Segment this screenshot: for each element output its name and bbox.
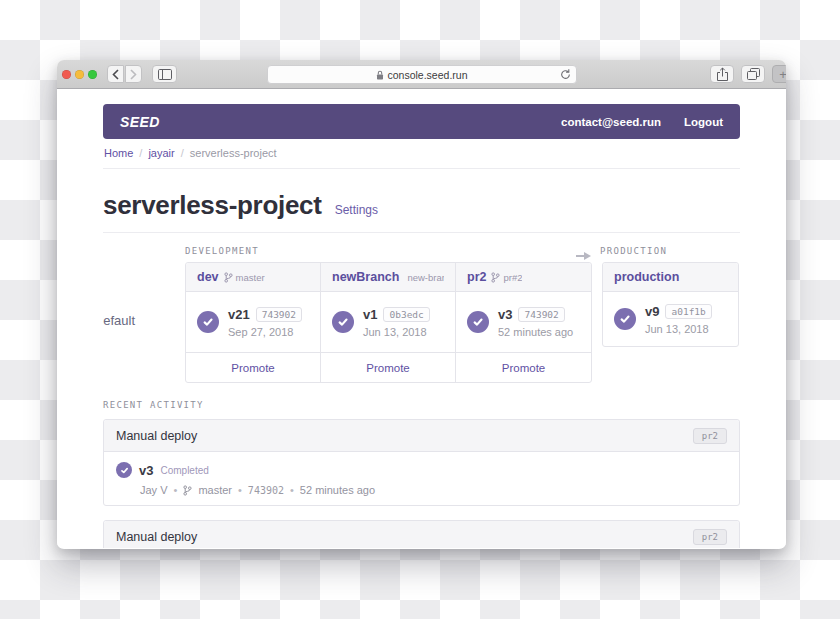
tab-overview-button[interactable] (741, 65, 765, 83)
bullet-separator: • (290, 484, 294, 496)
check-circle-icon (614, 308, 636, 330)
deploy-time: Jun 13, 2018 (363, 326, 430, 338)
activity-title: Manual deploy (116, 530, 197, 544)
stage-badge: pr2 (693, 428, 727, 444)
breadcrumb: Home / jayair / serverless-project (103, 139, 740, 169)
activity-branch: master (198, 484, 232, 496)
address-bar[interactable]: console.seed.run (267, 65, 577, 84)
sidebar-toggle-button[interactable] (152, 65, 177, 83)
minimize-window-button[interactable] (75, 70, 84, 79)
zoom-window-button[interactable] (88, 70, 97, 79)
production-stage-table: production v9a01f1b Jun 13, 2018 (602, 262, 739, 347)
activity-author: Jay V (140, 484, 168, 496)
plus-icon: + (779, 68, 786, 81)
activity-time: 52 minutes ago (300, 484, 375, 496)
check-circle-icon (467, 311, 489, 333)
promote-button-dev[interactable]: Promote (186, 353, 321, 382)
git-branch-icon (224, 272, 233, 283)
stage-name[interactable]: production (614, 270, 679, 284)
branch-name: pr#2 (503, 272, 522, 283)
service-name-label: default (103, 313, 135, 328)
activity-card[interactable]: Manual deploy pr2 v3 Completed Jay V • (103, 419, 740, 506)
reload-button[interactable] (560, 69, 571, 82)
reload-icon (560, 69, 571, 80)
check-circle-icon (116, 462, 132, 478)
breadcrumb-home-link[interactable]: Home (104, 147, 133, 159)
promote-button-newbranch[interactable]: Promote (321, 353, 456, 382)
version-label[interactable]: v3 (498, 307, 512, 322)
development-zone-label: DEVELOPMENT (185, 246, 590, 256)
chevron-left-icon (112, 69, 119, 80)
commit-hash-badge[interactable]: a01f1b (665, 304, 711, 319)
development-stages-table: dev master newBranch new-branc pr2 pr#2 (185, 262, 592, 383)
deployment-cell-dev[interactable]: v21743902 Sep 27, 2018 (186, 292, 321, 352)
activity-title: Manual deploy (116, 429, 197, 443)
browser-toolbar: console.seed.run + (57, 60, 786, 89)
breadcrumb-current: serverless-project (190, 147, 277, 159)
deploy-time: 52 minutes ago (498, 326, 573, 338)
commit-hash-badge[interactable]: 743902 (518, 307, 564, 322)
git-branch-icon (491, 272, 500, 283)
activity-card-body: v3 Completed Jay V • master • 743902 • 5… (104, 451, 739, 505)
share-icon (716, 67, 729, 82)
stage-header-newbranch[interactable]: newBranch new-branc (321, 263, 456, 291)
breadcrumb-separator: / (139, 147, 142, 159)
back-button[interactable] (107, 65, 124, 83)
deployment-cell-production[interactable]: v9a01f1b Jun 13, 2018 (603, 292, 738, 346)
branch-name: new-branc (407, 272, 444, 283)
url-text: console.seed.run (388, 69, 468, 81)
stage-name[interactable]: newBranch (332, 270, 399, 284)
stage-header-pr2[interactable]: pr2 pr#2 (456, 263, 591, 291)
check-circle-icon (197, 311, 219, 333)
activity-card-header[interactable]: Manual deploy pr2 (104, 521, 739, 548)
deploy-time: Jun 13, 2018 (645, 323, 712, 335)
production-zone-label: PRODUCTION (600, 246, 667, 256)
sidebar-icon (158, 69, 172, 80)
stage-name[interactable]: pr2 (467, 270, 486, 284)
app-navbar: SEED contact@seed.run Logout (103, 104, 740, 139)
browser-window: console.seed.run + SEED contact@seed.run… (57, 60, 786, 549)
git-branch-icon (183, 485, 192, 496)
version-label[interactable]: v1 (363, 307, 377, 322)
activity-card-header[interactable]: Manual deploy pr2 (104, 420, 739, 451)
page-title: serverless-project (103, 190, 322, 221)
activity-version[interactable]: v3 (139, 463, 153, 478)
settings-link[interactable]: Settings (335, 203, 378, 217)
branch-name: master (236, 272, 265, 283)
deployment-cell-pr2[interactable]: v3743902 52 minutes ago (456, 292, 591, 352)
promote-arrow-icon (575, 247, 592, 265)
title-row: serverless-project Settings (103, 169, 740, 233)
bullet-separator: • (238, 484, 242, 496)
lock-icon (376, 70, 384, 80)
activity-meta: Jay V • master • 743902 • 52 minutes ago (140, 484, 727, 496)
version-label[interactable]: v9 (645, 304, 659, 319)
breadcrumb-user-link[interactable]: jayair (148, 147, 174, 159)
promote-button-pr2[interactable]: Promote (456, 353, 591, 382)
new-tab-button[interactable]: + (772, 65, 786, 83)
check-circle-icon (332, 311, 354, 333)
stage-header-dev[interactable]: dev master (186, 263, 321, 291)
page-content: SEED contact@seed.run Logout Home / jaya… (57, 89, 786, 548)
tabs-icon (747, 68, 760, 80)
activity-commit[interactable]: 743902 (248, 485, 284, 496)
seed-logo[interactable]: SEED (120, 114, 160, 130)
pipeline-section: DEVELOPMENT PRODUCTION default (103, 246, 740, 383)
commit-hash-badge[interactable]: 743902 (256, 307, 302, 322)
deployment-cell-newbranch[interactable]: v10b3edc Jun 13, 2018 (321, 292, 456, 352)
recent-activity-section: RECENT ACTIVITY Manual deploy pr2 v3 Com… (103, 400, 740, 548)
version-label[interactable]: v21 (228, 307, 250, 322)
stage-name[interactable]: dev (197, 270, 219, 284)
forward-button[interactable] (125, 65, 142, 83)
close-window-button[interactable] (62, 70, 71, 79)
logout-button[interactable]: Logout (684, 116, 723, 128)
chevron-right-icon (130, 69, 137, 80)
breadcrumb-separator: / (181, 147, 184, 159)
commit-hash-badge[interactable]: 0b3edc (383, 307, 429, 322)
activity-card[interactable]: Manual deploy pr2 (103, 520, 740, 548)
recent-activity-label: RECENT ACTIVITY (103, 400, 740, 410)
share-button[interactable] (710, 65, 734, 83)
deploy-time: Sep 27, 2018 (228, 326, 302, 338)
stage-badge: pr2 (693, 529, 727, 545)
account-email-link[interactable]: contact@seed.run (561, 116, 661, 128)
stage-header-production[interactable]: production (603, 263, 738, 291)
